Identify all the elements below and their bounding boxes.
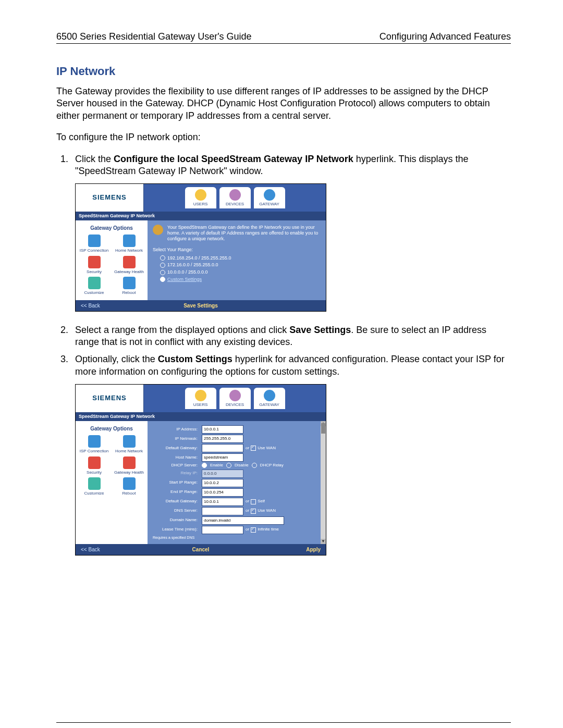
gateway-options-sidebar: Gateway Options ISP Connection Home Netw… <box>76 421 148 544</box>
self-checkbox[interactable] <box>251 499 256 504</box>
range-option-10[interactable]: 10.0.0.0 / 255.0.0.0 <box>153 269 321 276</box>
devices-icon <box>229 390 241 401</box>
panel-title-bar: SpeedStream Gateway IP Network <box>76 212 326 221</box>
section-title: IP Network <box>56 65 511 78</box>
panel-title-bar: SpeedStream Gateway IP Network <box>76 412 326 422</box>
gateway-icon <box>264 189 275 201</box>
header-rule <box>56 43 511 44</box>
home-network-icon <box>123 435 136 448</box>
reboot-icon <box>123 477 136 490</box>
users-icon <box>195 189 206 201</box>
scroll-thumb[interactable] <box>321 423 325 434</box>
gateway-icon <box>264 390 275 401</box>
lease-time-input[interactable] <box>202 526 243 534</box>
ip-netmask-input[interactable]: 255.255.255.0 <box>202 435 243 443</box>
tab-gateway[interactable]: GATEWAY <box>254 388 285 409</box>
sidebar-item-reboot[interactable]: Reboot <box>113 477 145 496</box>
screenshot-ip-range: SIEMENS USERS DEVICES GATEWAY SpeedStrea… <box>75 183 326 311</box>
tab-gateway[interactable]: GATEWAY <box>254 187 285 208</box>
globe-icon <box>153 225 163 235</box>
sidebar-item-isp[interactable]: ISP Connection <box>78 435 111 454</box>
ip-address-input[interactable]: 10.0.0.1 <box>202 425 243 434</box>
dns-use-wan-checkbox[interactable] <box>251 509 256 514</box>
sidebar-item-home[interactable]: Home Network <box>113 435 145 454</box>
cancel-button[interactable]: Cancel <box>123 546 279 553</box>
sidebar-item-customize[interactable]: Customize <box>78 277 111 295</box>
dhcp-relay-radio[interactable] <box>252 463 257 468</box>
tab-users[interactable]: USERS <box>185 388 216 409</box>
screenshot-custom-settings: SIEMENS USERS DEVICES GATEWAY SpeedStrea… <box>75 384 326 556</box>
range-option-custom[interactable]: Custom Settings <box>153 277 321 283</box>
header-right: Configuring Advanced Features <box>380 31 511 42</box>
start-ip-input[interactable]: 10.0.0.2 <box>202 479 243 487</box>
step-2: Select a range from the displayed option… <box>71 324 511 349</box>
default-gateway2-input[interactable]: 10.0.0.1 <box>202 498 243 506</box>
gateway-options-sidebar: Gateway Options ISP Connection Home Netw… <box>76 220 148 300</box>
infinite-time-checkbox[interactable] <box>251 527 256 533</box>
devices-icon <box>229 189 241 201</box>
back-button[interactable]: << Back <box>81 302 123 309</box>
domain-name-input[interactable]: domain.invalid <box>202 516 284 525</box>
sidebar-item-home[interactable]: Home Network <box>113 235 145 253</box>
back-button[interactable]: << Back <box>81 546 123 553</box>
health-icon <box>123 456 136 469</box>
default-gateway-input[interactable] <box>202 444 243 452</box>
step-3: Optionally, click the Custom Settings hy… <box>71 353 511 555</box>
custom-settings-link[interactable]: Custom Settings <box>167 277 202 283</box>
sidebar-item-isp[interactable]: ISP Connection <box>78 235 111 253</box>
dns-required-note: Requires a specified DNS <box>153 535 243 540</box>
tab-devices[interactable]: DEVICES <box>219 388 251 409</box>
ip-network-intro-text: Your SpeedStream Gateway can define the … <box>167 225 321 241</box>
sidebar-item-security[interactable]: Security <box>78 456 111 475</box>
step-1: Click the Configure the local SpeedStrea… <box>71 153 511 312</box>
sidebar-item-security[interactable]: Security <box>78 256 111 275</box>
users-icon <box>195 390 206 401</box>
sidebar-item-reboot[interactable]: Reboot <box>113 277 145 295</box>
security-icon <box>88 256 101 268</box>
reboot-icon <box>123 277 136 289</box>
isp-icon <box>88 235 101 247</box>
home-network-icon <box>123 235 136 247</box>
range-option-172[interactable]: 172.16.0.0 / 255.255.0.0 <box>153 262 321 268</box>
dhcp-enable-radio[interactable] <box>202 463 207 468</box>
dns-server-input[interactable] <box>202 507 243 515</box>
use-wan-checkbox[interactable] <box>251 446 256 451</box>
dhcp-disable-radio[interactable] <box>226 463 231 468</box>
footer-rule <box>56 722 511 723</box>
save-settings-button[interactable]: Save Settings <box>123 302 279 309</box>
sidebar-item-customize[interactable]: Customize <box>78 477 111 496</box>
scrollbar[interactable]: ▲ ▼ <box>321 421 326 544</box>
tab-devices[interactable]: DEVICES <box>219 187 251 208</box>
sidebar-item-health[interactable]: Gateway Health <box>113 256 145 275</box>
customize-icon <box>88 277 101 289</box>
intro-para-1: The Gateway provides the flexibility to … <box>56 85 511 122</box>
header-left: 6500 Series Residential Gateway User's G… <box>56 31 252 42</box>
range-option-192[interactable]: 192.168.254.0 / 255.255.255.0 <box>153 255 321 262</box>
isp-icon <box>88 435 101 448</box>
scroll-down-icon[interactable]: ▼ <box>321 539 326 544</box>
intro-para-2: To configure the IP network option: <box>56 131 511 143</box>
apply-button[interactable]: Apply <box>279 546 321 553</box>
siemens-logo: SIEMENS <box>76 184 144 211</box>
sidebar-item-health[interactable]: Gateway Health <box>113 456 145 475</box>
siemens-logo: SIEMENS <box>76 385 144 412</box>
security-icon <box>88 456 101 469</box>
host-name-input[interactable]: speedstream <box>202 453 243 462</box>
tab-users[interactable]: USERS <box>185 187 216 208</box>
health-icon <box>123 256 136 268</box>
relay-ip-input: 0.0.0.0 <box>202 470 243 478</box>
select-range-label: Select Your Range: <box>153 247 321 253</box>
end-ip-input[interactable]: 10.0.0.254 <box>202 488 243 497</box>
customize-icon <box>88 477 101 490</box>
